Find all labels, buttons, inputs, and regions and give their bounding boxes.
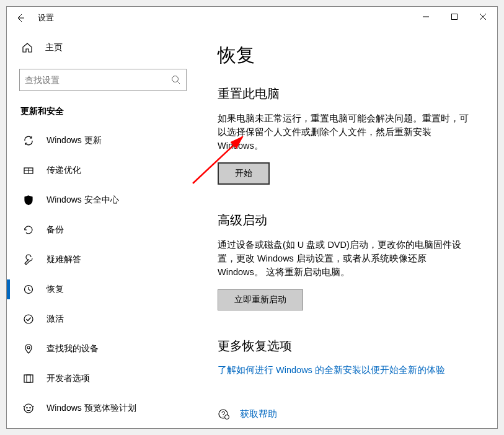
close-button[interactable] bbox=[469, 7, 497, 27]
back-button[interactable] bbox=[7, 7, 34, 29]
sidebar-item-label: 传递优化 bbox=[46, 165, 81, 176]
activation-icon bbox=[22, 314, 35, 325]
sidebar-item-insider[interactable]: Windows 预览体验计划 bbox=[7, 393, 199, 423]
sidebar-item-delivery[interactable]: 传递优化 bbox=[7, 156, 199, 185]
sidebar-item-find-device[interactable]: 查找我的设备 bbox=[7, 334, 199, 364]
home-icon bbox=[22, 42, 35, 53]
more-options-title: 更多恢复选项 bbox=[218, 338, 472, 354]
sidebar-item-recovery[interactable]: 恢复 bbox=[7, 275, 199, 304]
advanced-title: 高级启动 bbox=[218, 212, 472, 229]
recovery-icon bbox=[22, 284, 35, 295]
sidebar-item-developer[interactable]: 开发者选项 bbox=[7, 364, 199, 393]
sidebar-item-label: 开发者选项 bbox=[46, 373, 90, 384]
reset-start-button[interactable]: 开始 bbox=[218, 162, 270, 185]
sidebar-item-label: Windows 预览体验计划 bbox=[46, 403, 136, 414]
svg-point-10 bbox=[27, 346, 30, 349]
shield-icon bbox=[22, 195, 35, 206]
body: 主页 更新和安全 Windows 更新 传递优化 Windows 安全中心 bbox=[7, 29, 497, 428]
titlebar: 设置 bbox=[7, 7, 497, 29]
minimize-button[interactable] bbox=[412, 7, 440, 27]
more-options-section: 更多恢复选项 了解如何进行 Windows 的全新安装以便开始全新的体验 bbox=[218, 338, 472, 376]
developer-icon bbox=[22, 373, 35, 384]
footer-links: ? 获取帮助 提供反馈 bbox=[218, 408, 472, 429]
sidebar-item-security[interactable]: Windows 安全中心 bbox=[7, 185, 199, 215]
svg-rect-2 bbox=[452, 14, 458, 20]
search-box[interactable] bbox=[19, 69, 187, 91]
content: 恢复 重置此电脑 如果电脑未正常运行，重置电脑可能会解决问题。重置时，可以选择保… bbox=[199, 29, 497, 428]
window-controls bbox=[412, 7, 497, 27]
sidebar-item-label: 疑难解答 bbox=[46, 254, 81, 265]
fresh-install-link[interactable]: 了解如何进行 Windows 的全新安装以便开始全新的体验 bbox=[218, 365, 445, 375]
reset-description: 如果电脑未正常运行，重置电脑可能会解决问题。重置时，可以选择保留个人文件或删除个… bbox=[218, 112, 472, 152]
sidebar-item-troubleshoot[interactable]: 疑难解答 bbox=[7, 245, 199, 275]
page-title: 恢复 bbox=[218, 43, 472, 68]
nav-list: Windows 更新 传递优化 Windows 安全中心 备份 疑难解答 bbox=[7, 126, 199, 428]
close-icon bbox=[479, 13, 487, 20]
sidebar-item-label: 恢复 bbox=[46, 284, 64, 295]
home-button[interactable]: 主页 bbox=[7, 35, 199, 60]
get-help-label: 获取帮助 bbox=[240, 408, 277, 420]
sidebar-item-label: 激活 bbox=[46, 314, 64, 325]
sync-icon bbox=[22, 135, 35, 146]
svg-rect-11 bbox=[24, 375, 33, 382]
find-icon bbox=[22, 343, 35, 354]
insider-icon bbox=[22, 403, 35, 414]
search-icon bbox=[171, 75, 181, 85]
svg-point-15 bbox=[29, 407, 30, 408]
sidebar-item-label: 备份 bbox=[46, 224, 64, 235]
get-help-link[interactable]: ? 获取帮助 bbox=[218, 408, 472, 421]
troubleshoot-icon bbox=[22, 254, 35, 265]
back-icon bbox=[15, 13, 25, 23]
restart-now-button[interactable]: 立即重新启动 bbox=[218, 289, 303, 310]
svg-rect-12 bbox=[27, 375, 30, 382]
reset-section: 重置此电脑 如果电脑未正常运行，重置电脑可能会解决问题。重置时，可以选择保留个人… bbox=[218, 86, 472, 185]
sidebar-item-backup[interactable]: 备份 bbox=[7, 215, 199, 245]
window-title: 设置 bbox=[38, 12, 54, 24]
sidebar-item-label: 查找我的设备 bbox=[46, 343, 99, 354]
sidebar-item-label: Windows 更新 bbox=[46, 135, 102, 146]
sidebar-section-header: 更新和安全 bbox=[7, 102, 199, 126]
reset-title: 重置此电脑 bbox=[218, 86, 472, 102]
sidebar-item-label: Windows 安全中心 bbox=[46, 195, 119, 206]
svg-line-6 bbox=[178, 82, 180, 84]
minimize-icon bbox=[422, 13, 430, 20]
maximize-icon bbox=[451, 13, 458, 20]
svg-point-18 bbox=[225, 415, 229, 419]
sidebar-item-windows-update[interactable]: Windows 更新 bbox=[7, 126, 199, 156]
svg-line-4 bbox=[480, 14, 486, 20]
svg-point-5 bbox=[172, 76, 179, 82]
maximize-button[interactable] bbox=[440, 7, 469, 27]
svg-line-3 bbox=[480, 14, 486, 20]
backup-icon bbox=[22, 224, 35, 235]
svg-point-14 bbox=[26, 407, 27, 408]
advanced-description: 通过设备或磁盘(如 U 盘或 DVD)启动，更改你的电脑固件设置，更改 Wind… bbox=[218, 239, 472, 279]
settings-window: 设置 主页 更新和安全 bbox=[6, 6, 498, 429]
sidebar: 主页 更新和安全 Windows 更新 传递优化 Windows 安全中心 bbox=[7, 29, 199, 428]
search-input[interactable] bbox=[25, 75, 171, 85]
svg-point-9 bbox=[24, 315, 33, 323]
advanced-startup-section: 高级启动 通过设备或磁盘(如 U 盘或 DVD)启动，更改你的电脑固件设置，更改… bbox=[218, 212, 472, 310]
svg-point-13 bbox=[24, 404, 33, 413]
help-icon: ? bbox=[218, 408, 232, 421]
delivery-icon bbox=[22, 165, 35, 176]
sidebar-item-activation[interactable]: 激活 bbox=[7, 304, 199, 334]
home-label: 主页 bbox=[45, 42, 63, 53]
